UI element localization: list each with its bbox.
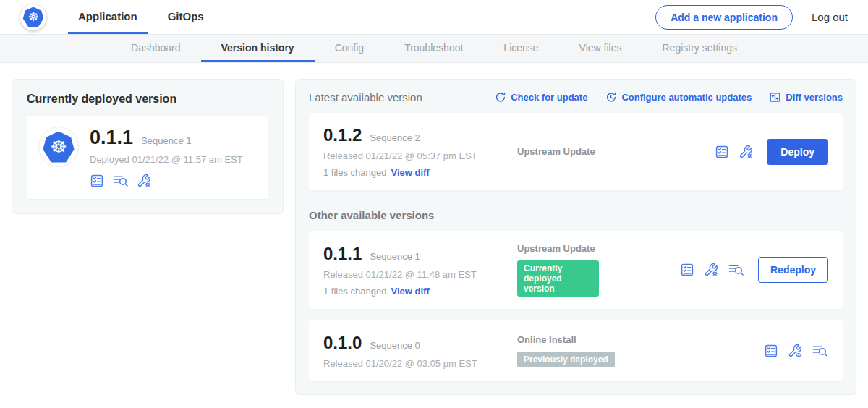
deployed-version-number: 0.1.1	[90, 127, 133, 149]
subtab-view-files[interactable]: View files	[559, 35, 642, 62]
wrench-gear-icon[interactable]	[704, 263, 718, 277]
subtab-config-label: Config	[335, 42, 364, 54]
available-versions-header: Latest available version Check for updat…	[309, 91, 843, 103]
sequence-label: Sequence 2	[370, 132, 420, 143]
source-label: Online Install	[517, 334, 641, 345]
deployed-action-icons	[90, 174, 243, 188]
available-versions-panel: Latest available version Check for updat…	[295, 79, 856, 395]
view-diff-link[interactable]: View diff	[391, 167, 429, 178]
sequence-label: Sequence 0	[370, 340, 420, 351]
top-navigation-bar: ☸ Application GitOps Add a new applicati…	[0, 0, 868, 34]
configure-automatic-updates-link[interactable]: Configure automatic updates	[605, 91, 752, 103]
tab-application-label: Application	[78, 10, 137, 22]
currently-deployed-panel: Currently deployed version ☸ 0.1.1 Seque…	[12, 79, 284, 214]
version-row-actions: Redeploy	[680, 257, 828, 283]
diff-versions-link[interactable]: Diff versions	[769, 91, 843, 103]
source-label: Upstream Update	[517, 146, 616, 157]
deployed-version-card: ☸ 0.1.1 Sequence 1 Deployed 01/21/22 @ 1…	[27, 116, 268, 199]
version-row-0-1-0: 0.1.0 Sequence 0 Released 01/20/22 @ 03:…	[309, 320, 843, 381]
deployed-sequence-label: Sequence 1	[141, 135, 191, 146]
add-new-application-button[interactable]: Add a new application	[655, 5, 793, 30]
deploy-button[interactable]: Deploy	[767, 139, 828, 165]
wrench-eye-icon[interactable]	[788, 344, 802, 358]
deployed-timestamp: Deployed 01/21/22 @ 11:57 am EST	[90, 154, 243, 165]
redeploy-button[interactable]: Redeploy	[758, 257, 828, 283]
checklist-icon[interactable]	[680, 263, 694, 277]
version-row-actions	[764, 344, 828, 358]
released-timestamp: Released 01/21/22 @ 11:48 am EST	[323, 269, 506, 280]
version-row-0-1-1: 0.1.1 Sequence 1 Released 01/21/22 @ 11:…	[309, 231, 843, 309]
version-row-0-1-2: 0.1.2 Sequence 2 Released 01/21/22 @ 05:…	[309, 113, 843, 190]
version-source: Upstream Update Currently deployed versi…	[506, 243, 599, 297]
check-for-update-label: Check for update	[511, 92, 587, 103]
latest-available-title: Latest available version	[309, 91, 422, 103]
subtab-version-history-label: Version history	[221, 42, 294, 54]
refresh-icon	[494, 91, 506, 103]
kubernetes-helm-wheel-icon: ☸	[43, 132, 75, 163]
version-actions: Check for update Configure automatic upd…	[494, 91, 843, 103]
kubernetes-app-logo: ☸	[38, 127, 79, 167]
subtab-view-files-label: View files	[579, 42, 622, 54]
subtab-dashboard[interactable]: Dashboard	[111, 35, 201, 62]
version-number: 0.1.1	[323, 244, 362, 264]
subtab-config[interactable]: Config	[315, 35, 384, 62]
tab-application[interactable]: Application	[68, 0, 148, 34]
version-source: Online Install Previously deployed	[506, 334, 641, 367]
app-logo: ☸	[20, 0, 46, 34]
wrench-gear-icon[interactable]	[739, 145, 753, 159]
view-diff-link[interactable]: View diff	[391, 286, 429, 297]
version-number: 0.1.2	[323, 125, 362, 145]
tab-gitops[interactable]: GitOps	[158, 0, 214, 34]
wrench-gear-icon[interactable]	[137, 174, 151, 188]
version-source: Upstream Update	[506, 146, 616, 157]
files-changed-label: 1 files changed	[323, 286, 386, 297]
logout-button[interactable]: Log out	[812, 11, 848, 23]
released-timestamp: Released 01/20/22 @ 03:05 pm EST	[323, 358, 506, 369]
configure-automatic-updates-label: Configure automatic updates	[621, 92, 752, 103]
version-info: 0.1.1 Sequence 1 Released 01/21/22 @ 11:…	[323, 244, 506, 297]
kubernetes-logo-circle: ☸	[20, 4, 46, 30]
logs-search-icon[interactable]	[812, 344, 828, 358]
other-versions-title: Other available versions	[309, 209, 843, 221]
subtab-registry-settings-label: Registry settings	[663, 42, 737, 54]
subtab-dashboard-label: Dashboard	[131, 42, 181, 54]
deployed-version-info: 0.1.1 Sequence 1 Deployed 01/21/22 @ 11:…	[90, 127, 243, 188]
diff-versions-label: Diff versions	[786, 92, 843, 103]
version-info: 0.1.0 Sequence 0 Released 01/20/22 @ 03:…	[323, 333, 506, 369]
topnav-spacer	[224, 0, 655, 34]
version-history-page: Currently deployed version ☸ 0.1.1 Seque…	[0, 63, 868, 408]
logs-search-icon[interactable]	[112, 174, 129, 188]
files-changed-label: 1 files changed	[323, 167, 386, 178]
checklist-icon[interactable]	[764, 344, 778, 358]
tab-gitops-label: GitOps	[168, 10, 204, 22]
sequence-label: Sequence 1	[370, 251, 420, 262]
subtab-troubleshoot-label: Troubleshoot	[404, 42, 463, 54]
logs-search-icon[interactable]	[728, 263, 744, 277]
released-timestamp: Released 01/21/22 @ 05:37 pm EST	[323, 150, 506, 161]
source-label: Upstream Update	[517, 243, 599, 254]
version-number: 0.1.0	[323, 333, 362, 353]
checklist-icon[interactable]	[90, 174, 104, 188]
kubernetes-helm-wheel-icon: ☸	[23, 7, 44, 27]
version-info: 0.1.2 Sequence 2 Released 01/21/22 @ 05:…	[323, 125, 506, 178]
subtab-license[interactable]: License	[483, 35, 558, 62]
previously-deployed-badge: Previously deployed	[517, 352, 615, 367]
clock-refresh-icon	[605, 91, 617, 103]
subtab-license-label: License	[503, 42, 538, 54]
currently-deployed-title: Currently deployed version	[27, 93, 268, 106]
checklist-icon[interactable]	[715, 145, 729, 159]
subtab-version-history[interactable]: Version history	[201, 35, 315, 62]
app-section-tabs: Dashboard Version history Config Trouble…	[0, 34, 868, 63]
currently-deployed-badge: Currently deployed version	[517, 260, 599, 297]
version-row-actions: Deploy	[715, 139, 828, 165]
subtab-registry-settings[interactable]: Registry settings	[642, 35, 757, 62]
subtab-troubleshoot[interactable]: Troubleshoot	[384, 35, 483, 62]
diff-columns-icon	[769, 91, 781, 103]
check-for-update-link[interactable]: Check for update	[494, 91, 587, 103]
